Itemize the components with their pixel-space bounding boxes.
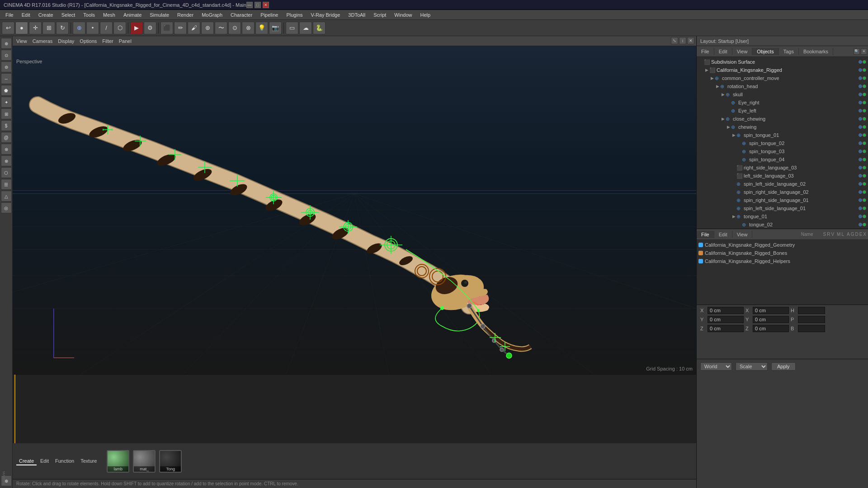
tree-item-3[interactable]: ▶⊕rotation_head xyxy=(697,82,868,90)
tree-dot-vis-19[interactable] xyxy=(859,215,862,218)
viewport-expand-button[interactable]: ⤡ xyxy=(671,37,678,44)
tree-dot-render-20[interactable] xyxy=(863,223,866,226)
material-swatch-3[interactable]: Tong xyxy=(159,450,182,473)
cameras-menu[interactable]: Cameras xyxy=(33,38,53,44)
tree-dot-vis-15[interactable] xyxy=(859,182,862,186)
live-selection-button[interactable]: ● xyxy=(15,22,28,34)
left-tool-2[interactable]: ⊙ xyxy=(1,50,12,61)
tree-dot-render-1[interactable] xyxy=(863,68,866,72)
tree-item-1[interactable]: ▶⬛California_Kingsnake_Rigged xyxy=(697,66,868,74)
tree-item-8[interactable]: ▶⊕chewing xyxy=(697,123,868,131)
left-tool-14[interactable]: △ xyxy=(1,191,12,202)
tree-item-11[interactable]: ⊕spin_tongue_03 xyxy=(697,147,868,155)
left-tool-10[interactable]: ⊛ xyxy=(1,144,12,155)
create-tab[interactable]: Create xyxy=(16,457,37,465)
tree-dot-render-5[interactable] xyxy=(863,101,866,104)
spline-button[interactable]: 〜 xyxy=(215,22,227,34)
scale-button[interactable]: ⊞ xyxy=(42,22,55,34)
pen-button[interactable]: ✏ xyxy=(174,22,187,34)
point-mode-button[interactable]: • xyxy=(86,22,99,34)
floor-button[interactable]: ▭ xyxy=(286,22,298,34)
menu-item-3dtoall[interactable]: 3DToAll xyxy=(344,11,369,19)
h-rotation-input[interactable] xyxy=(798,307,825,314)
menu-item-script[interactable]: Script xyxy=(370,11,390,19)
timeline-tracks[interactable] xyxy=(13,375,696,443)
tree-dot-render-4[interactable] xyxy=(863,93,866,96)
rotate-button[interactable]: ↻ xyxy=(56,22,69,34)
left-tool-1[interactable]: ⊕ xyxy=(1,38,12,49)
nurbs-button[interactable]: ⊙ xyxy=(228,22,241,34)
y-size-input[interactable] xyxy=(753,316,789,323)
light-button[interactable]: 💡 xyxy=(255,22,268,34)
objects-tab[interactable]: Objects xyxy=(752,48,778,55)
tree-dot-vis-0[interactable] xyxy=(859,60,862,64)
obj-row-1[interactable]: California_Kingsnake_Rigged_Bones xyxy=(697,249,868,257)
viewport-canvas[interactable]: Perspective Grid Spacing : 10 cm xyxy=(13,46,696,374)
menu-item-select[interactable]: Select xyxy=(58,11,79,19)
camera-button[interactable]: 📷 xyxy=(269,22,282,34)
sculpt-button[interactable]: ⊛ xyxy=(201,22,214,34)
tree-dot-render-11[interactable] xyxy=(863,150,866,153)
maximize-button[interactable]: □ xyxy=(255,2,261,8)
left-tool-11[interactable]: ⊗ xyxy=(1,155,12,166)
object-mode-button[interactable]: ⊕ xyxy=(73,22,85,34)
minimize-button[interactable]: — xyxy=(246,2,253,8)
display-menu[interactable]: Display xyxy=(58,38,74,44)
edit-tab[interactable]: Edit xyxy=(38,457,52,465)
paint-button[interactable]: 🖌 xyxy=(188,22,200,34)
z-position-input[interactable] xyxy=(708,325,744,332)
tree-dot-render-8[interactable] xyxy=(863,125,866,129)
file-tab[interactable]: File xyxy=(697,48,714,55)
tree-dot-render-2[interactable] xyxy=(863,76,866,80)
texture-tab[interactable]: Texture xyxy=(78,457,99,465)
tree-dot-render-9[interactable] xyxy=(863,133,866,137)
options-menu[interactable]: Options xyxy=(80,38,97,44)
menu-item-pipeline[interactable]: Pipeline xyxy=(257,11,282,19)
tree-dot-vis-7[interactable] xyxy=(859,117,862,121)
tree-dot-vis-10[interactable] xyxy=(859,141,862,145)
panel-menu[interactable]: Panel xyxy=(119,38,132,44)
tree-dot-vis-14[interactable] xyxy=(859,174,862,178)
tree-item-4[interactable]: ▶⊕skull xyxy=(697,90,868,99)
tree-item-15[interactable]: ⊕spin_left_side_language_02 xyxy=(697,180,868,188)
tree-dot-render-12[interactable] xyxy=(863,158,866,161)
tree-dot-render-14[interactable] xyxy=(863,174,866,178)
tree-item-20[interactable]: ⊕tongue_02 xyxy=(697,221,868,229)
y-position-input[interactable] xyxy=(708,316,744,323)
view-tab[interactable]: View xyxy=(732,48,753,55)
sky-button[interactable]: ☁ xyxy=(299,22,312,34)
tree-item-17[interactable]: ⊕spin_right_side_language_01 xyxy=(697,196,868,204)
left-tool-4[interactable]: ↔ xyxy=(1,73,12,84)
menu-item-plugins[interactable]: Plugins xyxy=(283,11,306,19)
tree-dot-vis-3[interactable] xyxy=(859,84,862,88)
viewport-layout-button[interactable]: ↕ xyxy=(679,37,686,44)
menu-item-edit[interactable]: Edit xyxy=(18,11,34,19)
tree-dot-vis-18[interactable] xyxy=(859,206,862,210)
menu-item-mograph[interactable]: MoGraph xyxy=(198,11,226,19)
p-rotation-input[interactable] xyxy=(798,316,825,323)
tree-dot-render-15[interactable] xyxy=(863,182,866,186)
transform-mode-select[interactable]: Scale Position Rotation xyxy=(736,362,768,371)
search-icon[interactable]: 🔍 xyxy=(854,48,860,55)
tree-dot-render-17[interactable] xyxy=(863,198,866,202)
object-list[interactable]: California_Kingsnake_Rigged_GeometryCali… xyxy=(697,240,868,305)
tree-dot-vis-9[interactable] xyxy=(859,133,862,137)
bookmarks-tab[interactable]: Bookmarks xyxy=(799,48,833,55)
deformer-button[interactable]: ⊗ xyxy=(242,22,255,34)
tree-dot-vis-11[interactable] xyxy=(859,150,862,153)
tree-item-13[interactable]: ⬛right_side_language_03 xyxy=(697,164,868,172)
menu-item-simulate[interactable]: Simulate xyxy=(146,11,173,19)
viewport-close-button[interactable]: ✕ xyxy=(687,37,694,44)
tree-item-7[interactable]: ▶⊕close_chewing xyxy=(697,115,868,123)
menu-item-render[interactable]: Render xyxy=(174,11,197,19)
view-menu[interactable]: View xyxy=(16,38,27,44)
tree-item-12[interactable]: ⊕spin_tongue_04 xyxy=(697,155,868,164)
tree-dot-vis-17[interactable] xyxy=(859,198,862,202)
move-button[interactable]: ✛ xyxy=(29,22,42,34)
undo-button[interactable]: ↩ xyxy=(2,22,14,34)
left-tool-8[interactable]: $ xyxy=(1,120,12,131)
polygon-mode-button[interactable]: ⬡ xyxy=(113,22,126,34)
tree-dot-vis-1[interactable] xyxy=(859,68,862,72)
edit-tab-bottom[interactable]: Edit xyxy=(714,231,732,238)
object-tree[interactable]: ⬛Subdivision Surface▶⬛California_Kingsna… xyxy=(697,57,868,229)
